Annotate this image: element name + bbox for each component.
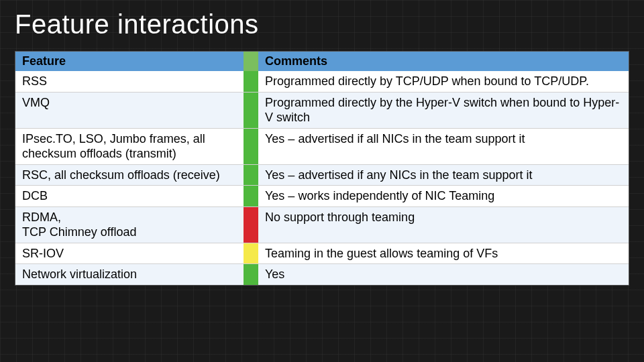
feature-cell: IPsec.TO, LSO, Jumbo frames, all checksu… bbox=[15, 128, 244, 164]
table: Feature Comments RSSProgrammed directly … bbox=[15, 52, 629, 285]
status-cell bbox=[244, 186, 258, 207]
table-row: VMQProgrammed directly by the Hyper-V sw… bbox=[15, 92, 629, 128]
status-cell bbox=[244, 128, 258, 164]
table-row: RSC, all checksum offloads (receive)Yes … bbox=[15, 164, 629, 186]
status-cell bbox=[244, 164, 258, 186]
header-status bbox=[244, 52, 258, 71]
comment-cell: Yes – works independently of NIC Teaming bbox=[258, 186, 629, 207]
table-row: Network virtualizationYes bbox=[15, 264, 629, 285]
feature-cell: VMQ bbox=[15, 92, 244, 128]
feature-cell: RSS bbox=[15, 71, 244, 92]
feature-cell: SR-IOV bbox=[15, 243, 244, 264]
comment-cell: No support through teaming bbox=[258, 206, 629, 243]
comment-cell: Programmed directly by the Hyper-V switc… bbox=[258, 92, 629, 128]
table-row: RSSProgrammed directly by TCP/UDP when b… bbox=[15, 71, 629, 92]
status-cell bbox=[244, 264, 258, 285]
feature-cell: DCB bbox=[15, 186, 244, 207]
table-row: IPsec.TO, LSO, Jumbo frames, all checksu… bbox=[15, 128, 629, 164]
feature-cell: RSC, all checksum offloads (receive) bbox=[15, 164, 244, 186]
status-cell bbox=[244, 92, 258, 128]
feature-table: Feature Comments RSSProgrammed directly … bbox=[15, 51, 629, 286]
table-row: SR-IOVTeaming in the guest allows teamin… bbox=[15, 243, 629, 264]
feature-cell: Network virtualization bbox=[15, 264, 244, 285]
comment-cell: Yes bbox=[258, 264, 629, 285]
table-row: RDMA,TCP Chimney offloadNo support throu… bbox=[15, 206, 629, 243]
table-header-row: Feature Comments bbox=[15, 52, 629, 71]
status-cell bbox=[244, 206, 258, 243]
header-feature: Feature bbox=[15, 52, 244, 71]
slide: Feature interactions Feature Comments RS… bbox=[0, 0, 644, 362]
comment-cell: Programmed directly by TCP/UDP when boun… bbox=[258, 71, 629, 92]
comment-cell: Yes – advertised if all NICs in the team… bbox=[258, 128, 629, 164]
status-cell bbox=[244, 243, 258, 264]
header-comments: Comments bbox=[258, 52, 629, 71]
page-title: Feature interactions bbox=[15, 9, 629, 39]
comment-cell: Yes – advertised if any NICs in the team… bbox=[258, 164, 629, 186]
table-row: DCBYes – works independently of NIC Team… bbox=[15, 186, 629, 207]
feature-cell: RDMA,TCP Chimney offload bbox=[15, 206, 244, 243]
status-cell bbox=[244, 71, 258, 92]
comment-cell: Teaming in the guest allows teaming of V… bbox=[258, 243, 629, 264]
